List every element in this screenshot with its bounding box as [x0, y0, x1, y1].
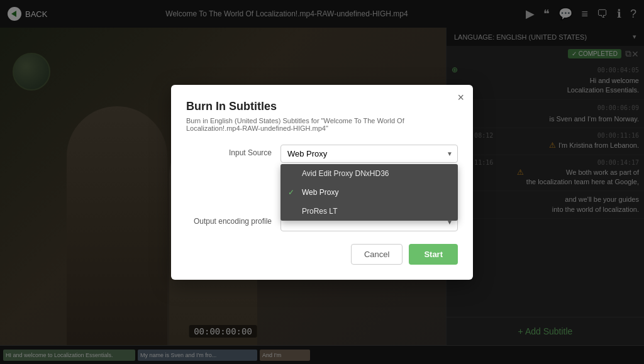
- dropdown-item[interactable]: ProRes LT: [280, 202, 458, 221]
- modal-title: Burn In Subtitles: [186, 100, 458, 113]
- dropdown-item[interactable]: Avid Edit Proxy DNxHD36: [280, 164, 458, 183]
- dropdown-option-label: Web Proxy: [302, 188, 338, 197]
- dropdown-item-selected[interactable]: ✓ Web Proxy: [280, 183, 458, 202]
- input-source-dropdown: Avid Edit Proxy DNxHD36 ✓ Web Proxy ProR…: [280, 164, 458, 221]
- input-source-select[interactable]: Web Proxy: [280, 145, 458, 163]
- check-empty: [288, 207, 297, 216]
- dropdown-option-label: ProRes LT: [302, 207, 337, 216]
- modal-dialog: × Burn In Subtitles Burn in English (Uni…: [171, 85, 473, 280]
- check-empty: [288, 169, 297, 178]
- check-mark-icon: ✓: [288, 188, 297, 197]
- start-button[interactable]: Start: [409, 244, 458, 265]
- modal-overlay: × Burn In Subtitles Burn in English (Uni…: [0, 0, 644, 364]
- modal-close-button[interactable]: ×: [457, 91, 464, 104]
- output-encoding-label: Output encoding profile: [186, 213, 280, 226]
- input-source-control: Web Proxy ▼ Avid Edit Proxy DNxHD36 ✓ We…: [280, 145, 458, 163]
- modal-subtitle: Burn in English (United States) Subtitle…: [186, 117, 458, 132]
- dropdown-option-label: Avid Edit Proxy DNxHD36: [302, 169, 389, 178]
- modal-actions: Cancel Start: [186, 244, 458, 265]
- cancel-button[interactable]: Cancel: [351, 244, 402, 265]
- input-source-label: Input Source: [186, 145, 280, 157]
- input-source-row: Input Source Web Proxy ▼ Avid Edit Proxy…: [186, 145, 458, 163]
